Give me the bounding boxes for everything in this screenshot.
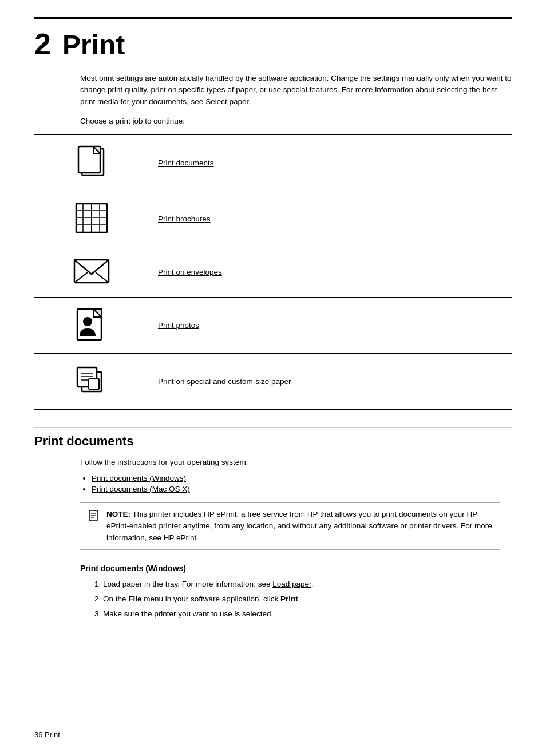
note-doc-icon	[88, 510, 101, 523]
icon-cell-photos	[34, 297, 149, 353]
choose-text: Choose a print job to continue:	[80, 117, 512, 125]
step-item: Load paper in the tray. For more informa…	[103, 579, 512, 590]
page-footer: 36 Print	[34, 730, 60, 739]
chapter-title: Print	[62, 31, 125, 59]
envelope-icon	[72, 254, 112, 288]
select-paper-link[interactable]: Select paper	[205, 97, 248, 106]
footer-page-number: 36	[34, 730, 42, 739]
step-item: On the File menu in your software applic…	[103, 593, 512, 605]
table-row: Print brochures	[34, 191, 512, 247]
print-brochures-link[interactable]: Print brochures	[158, 215, 211, 223]
link-cell-photos[interactable]: Print photos	[149, 297, 512, 353]
icon-cell-special	[34, 353, 149, 409]
hp-eprint-link[interactable]: HP ePrint	[164, 533, 197, 542]
note-label: NOTE:	[106, 510, 130, 518]
link-cell-envelopes[interactable]: Print on envelopes	[149, 247, 512, 297]
print-documents-section-heading: Print documents	[34, 427, 512, 449]
section-intro: Follow the instructions for your operati…	[80, 457, 512, 468]
link-cell-brochures[interactable]: Print brochures	[149, 191, 512, 247]
link-cell-documents[interactable]: Print documents	[149, 134, 512, 191]
photos-icon	[72, 304, 112, 345]
note-content: NOTE: This printer includes HP ePrint, a…	[106, 509, 492, 544]
svg-rect-26	[89, 379, 99, 389]
top-border	[34, 17, 512, 19]
bullet-list: Print documents (Windows) Print document…	[92, 474, 512, 493]
chapter-heading: 2 Print	[34, 29, 512, 59]
page-container: 2 Print Most print settings are automati…	[0, 0, 546, 756]
print-documents-link[interactable]: Print documents	[158, 159, 214, 167]
load-paper-link[interactable]: Load paper	[272, 580, 311, 588]
icon-cell-brochures	[34, 191, 149, 247]
special-paper-icon	[72, 361, 112, 401]
list-item[interactable]: Print documents (Windows)	[92, 474, 512, 482]
step-item: Make sure the printer you want to use is…	[103, 608, 512, 620]
intro-paragraph: Most print settings are automatically ha…	[80, 73, 512, 108]
note-box: NOTE: This printer includes HP ePrint, a…	[80, 502, 500, 550]
table-row: Print on special and custom-size paper	[34, 353, 512, 409]
documents-icon	[72, 142, 112, 182]
icon-cell-envelopes	[34, 247, 149, 297]
table-row: Print photos	[34, 297, 512, 353]
subsection-heading: Print documents (Windows)	[80, 564, 512, 573]
print-envelopes-link[interactable]: Print on envelopes	[158, 268, 222, 276]
link-cell-special[interactable]: Print on special and custom-size paper	[149, 353, 512, 409]
icon-cell-documents	[34, 134, 149, 191]
numbered-list: Load paper in the tray. For more informa…	[103, 579, 512, 620]
svg-point-20	[83, 317, 92, 326]
list-item[interactable]: Print documents (Mac OS X)	[92, 485, 512, 493]
print-jobs-table: Print documents	[34, 134, 512, 410]
brochures-icon	[72, 198, 112, 238]
note-icon	[88, 510, 101, 527]
chapter-number: 2	[34, 29, 51, 59]
table-row: Print on envelopes	[34, 247, 512, 297]
print-photos-link[interactable]: Print photos	[158, 321, 199, 330]
windows-link[interactable]: Print documents (Windows)	[92, 474, 186, 482]
footer-label: Print	[45, 730, 60, 739]
print-special-link[interactable]: Print on special and custom-size paper	[158, 377, 291, 386]
macosx-link[interactable]: Print documents (Mac OS X)	[92, 485, 190, 493]
table-row: Print documents	[34, 134, 512, 191]
